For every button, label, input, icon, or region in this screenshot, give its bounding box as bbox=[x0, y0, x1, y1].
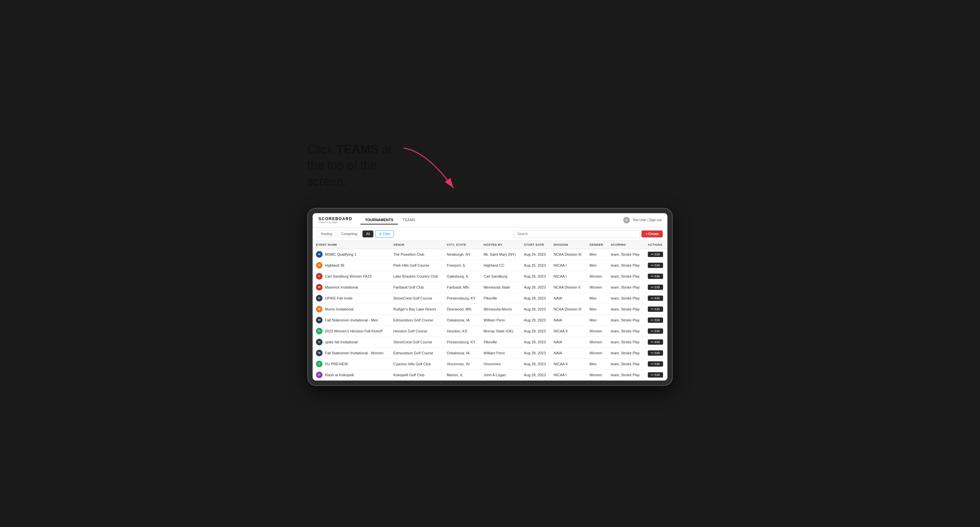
start-date-cell-6: Aug 28, 2023 bbox=[520, 314, 550, 325]
hosted-by-cell-10: Vincennes bbox=[480, 358, 521, 369]
edit-button-6[interactable]: ✏ Edit bbox=[648, 317, 663, 323]
event-name-cell-0: M MSMC Qualifying 1 bbox=[313, 249, 390, 260]
start-date-cell-5: Aug 28, 2023 bbox=[520, 303, 550, 314]
team-logo-5: M bbox=[316, 306, 323, 313]
city-state-cell-4: Prestonsburg, KY bbox=[444, 292, 480, 303]
team-logo-7: H bbox=[316, 328, 323, 334]
city-state-cell-3: Faribault, MN bbox=[444, 282, 480, 292]
division-cell-11: NICAA I bbox=[550, 369, 586, 380]
event-name-1: Highland 36 bbox=[325, 264, 345, 267]
edit-button-10[interactable]: ✏ Edit bbox=[648, 361, 663, 367]
actions-cell-7: ✏ Edit bbox=[644, 325, 667, 337]
hosted-by-cell-4: Pikeville bbox=[480, 292, 521, 303]
event-name-cell-7: H 2023 Women's Hesston Fall Kickoff bbox=[313, 325, 390, 337]
edit-button-8[interactable]: ✏ Edit bbox=[648, 340, 663, 345]
nav-link-teams[interactable]: TEAMS bbox=[398, 216, 420, 224]
edit-button-2[interactable]: ✏ Edit bbox=[648, 274, 663, 279]
table-row: U upike fall invitational StoneCrest Gol… bbox=[313, 337, 667, 348]
start-date-cell-2: Aug 26, 2023 bbox=[520, 271, 550, 282]
table-row: M Maverick Invitational Faribault Golf C… bbox=[313, 282, 667, 292]
search-input[interactable] bbox=[514, 230, 640, 238]
table-row: K Klash at Kokopelli Kokopelli Golf Club… bbox=[313, 369, 667, 380]
filter-bar: Hosting Competing All ☰ Filter + Create bbox=[313, 227, 667, 241]
actions-cell-10: ✏ Edit bbox=[644, 358, 667, 369]
edit-button-11[interactable]: ✏ Edit bbox=[648, 372, 663, 378]
edit-button-7[interactable]: ✏ Edit bbox=[648, 329, 663, 334]
hosted-by-cell-3: Minnesota State bbox=[480, 282, 521, 292]
instruction-text: Click TEAMS at the top of the screen. bbox=[307, 141, 404, 190]
city-state-cell-1: Freeport, IL bbox=[444, 260, 480, 271]
division-cell-8: NAIA bbox=[550, 337, 586, 348]
division-cell-6: NAIA bbox=[550, 314, 586, 325]
table-row: M MSMC Qualifying 1 The Powelton Club Ne… bbox=[313, 249, 667, 260]
gender-cell-1: Men bbox=[586, 260, 608, 271]
event-name-7: 2023 Women's Hesston Fall Kickoff bbox=[325, 329, 382, 333]
gear-icon[interactable]: ⚙ bbox=[623, 217, 630, 224]
table-body: M MSMC Qualifying 1 The Powelton Club Ne… bbox=[313, 249, 667, 380]
edit-button-4[interactable]: ✏ Edit bbox=[648, 295, 663, 301]
gender-cell-0: Men bbox=[586, 249, 608, 260]
scoring-cell-9: team, Stroke Play bbox=[608, 348, 644, 358]
start-date-cell-10: Aug 28, 2023 bbox=[520, 358, 550, 369]
table-header: EVENT NAME VENUE CITY, STATE HOSTED BY S… bbox=[313, 241, 667, 249]
gender-cell-8: Women bbox=[586, 337, 608, 348]
col-venue: VENUE bbox=[390, 241, 444, 249]
division-cell-2: NICAA I bbox=[550, 271, 586, 282]
competing-tab[interactable]: Competing bbox=[337, 230, 361, 237]
hosting-tab[interactable]: Hosting bbox=[317, 230, 336, 237]
actions-cell-2: ✏ Edit bbox=[644, 271, 667, 282]
instruction-bold: TEAMS bbox=[337, 143, 379, 156]
nav-link-tournaments[interactable]: TOURNAMENTS bbox=[360, 216, 398, 224]
venue-cell-9: Edmundson Golf Course bbox=[390, 348, 444, 358]
col-scoring: SCORING bbox=[608, 241, 644, 249]
user-info: Test User | Sign out bbox=[633, 218, 662, 222]
team-logo-2: C bbox=[316, 273, 323, 279]
division-cell-1: NICAA I bbox=[550, 260, 586, 271]
start-date-cell-3: Aug 28, 2023 bbox=[520, 282, 550, 292]
hosted-by-cell-7: Murray State (OK) bbox=[480, 325, 521, 337]
venue-cell-10: Cypress Hills Golf Club bbox=[390, 358, 444, 369]
filter-button[interactable]: ☰ Filter bbox=[375, 230, 394, 237]
team-logo-0: M bbox=[316, 251, 323, 258]
scoring-cell-10: team, Stroke Play bbox=[608, 358, 644, 369]
scoring-cell-8: team, Stroke Play bbox=[608, 337, 644, 348]
event-name-cell-11: K Klash at Kokopelli bbox=[313, 369, 390, 380]
nav-right: ⚙ Test User | Sign out bbox=[623, 217, 662, 224]
scoring-cell-3: team, Stroke Play bbox=[608, 282, 644, 292]
col-actions: ACTIONS bbox=[644, 241, 667, 249]
scoring-cell-2: team, Stroke Play bbox=[608, 271, 644, 282]
nav-bar: SCOREBOARD Powered by clippit TOURNAMENT… bbox=[313, 213, 667, 227]
start-date-cell-0: Aug 24, 2023 bbox=[520, 249, 550, 260]
tablet-frame: SCOREBOARD Powered by clippit TOURNAMENT… bbox=[307, 208, 673, 386]
event-name-8: upike fall invitational bbox=[325, 340, 358, 344]
event-name-cell-3: M Maverick Invitational bbox=[313, 282, 390, 292]
venue-cell-4: StoneCrest Golf Course bbox=[390, 292, 444, 303]
event-name-cell-2: C Carl Sandburg Women FA23 bbox=[313, 271, 390, 282]
col-hosted-by: HOSTED BY bbox=[480, 241, 521, 249]
actions-cell-5: ✏ Edit bbox=[644, 303, 667, 314]
edit-button-3[interactable]: ✏ Edit bbox=[648, 284, 663, 290]
team-logo-1: H bbox=[316, 262, 323, 269]
edit-button-5[interactable]: ✏ Edit bbox=[648, 306, 663, 312]
table-row: W Fall Statesmen Invitational - Men Edmu… bbox=[313, 314, 667, 325]
hosted-by-cell-8: Pikeville bbox=[480, 337, 521, 348]
edit-button-9[interactable]: ✏ Edit bbox=[648, 350, 663, 356]
city-state-cell-5: Deerwood, MN bbox=[444, 303, 480, 314]
city-state-cell-6: Oskaloosa, IA bbox=[444, 314, 480, 325]
edit-button-0[interactable]: ✏ Edit bbox=[648, 252, 663, 257]
logo-subtext: Powered by clippit bbox=[318, 221, 352, 224]
gender-cell-9: Women bbox=[586, 348, 608, 358]
edit-button-1[interactable]: ✏ Edit bbox=[648, 263, 663, 268]
col-city-state: CITY, STATE bbox=[444, 241, 480, 249]
table-row: V VU PREVIEW Cypress Hills Golf Club Vin… bbox=[313, 358, 667, 369]
event-name-0: MSMC Qualifying 1 bbox=[325, 252, 356, 256]
gender-cell-7: Women bbox=[586, 325, 608, 337]
start-date-cell-1: Aug 25, 2023 bbox=[520, 260, 550, 271]
hosted-by-cell-6: William Penn bbox=[480, 314, 521, 325]
table-row: U UPIKE Fall Invite StoneCrest Golf Cour… bbox=[313, 292, 667, 303]
all-tab[interactable]: All bbox=[363, 230, 373, 237]
actions-cell-1: ✏ Edit bbox=[644, 260, 667, 271]
venue-cell-11: Kokopelli Golf Club bbox=[390, 369, 444, 380]
create-button[interactable]: + Create bbox=[641, 230, 663, 237]
gender-cell-10: Men bbox=[586, 358, 608, 369]
